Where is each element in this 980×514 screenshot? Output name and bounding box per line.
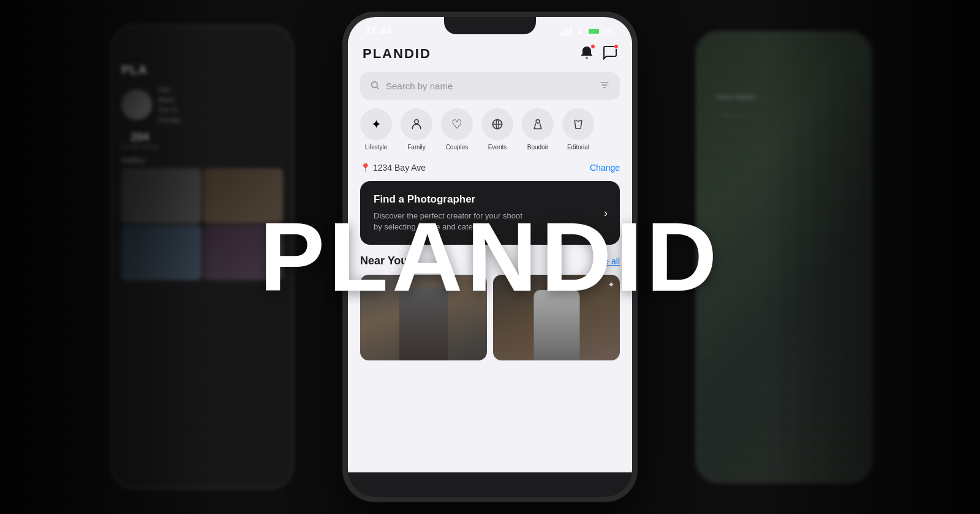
category-lifestyle[interactable]: ✦ Lifestyle [360,108,392,151]
find-photographer-arrow-icon: › [604,207,608,220]
location-text: 📍 1234 Bay Ave [360,163,426,173]
phone-main: 11:44 ▲ 90 [343,12,637,502]
category-events[interactable]: Events [481,108,513,151]
battery-icon: 90 [587,28,615,35]
location-pin-icon: 📍 [360,163,371,173]
category-editorial[interactable]: Editorial [562,108,594,151]
phone-left-background: PLA Han Manh Top Cr Female 204 Plandid S… [110,24,294,490]
near-you-header: Near You See all [348,255,632,275]
find-photographer-description: Discover the perfect creator for your sh… [374,210,533,233]
location-row: 📍 1234 Bay Ave Change [348,159,632,179]
find-photographer-title: Find a Photographer [374,193,533,206]
lifestyle-icon: ✦ [360,108,392,140]
signal-bar-4 [570,27,572,35]
gallery-thumb-3 [121,225,202,280]
left-stat-label: Plandid Shoots [121,144,159,150]
category-couples[interactable]: ♡ Couples [441,108,473,151]
editorial-label: Editorial [567,144,589,151]
background-scene: PLA Han Manh Top Cr Female 204 Plandid S… [0,0,980,514]
boudoir-label: Boudoir [527,144,548,151]
events-icon [481,108,513,140]
messages-button[interactable] [603,45,617,62]
battery-percent: 90 [608,28,615,35]
category-family[interactable]: Family [401,108,432,151]
message-badge [614,44,619,49]
lifestyle-label: Lifestyle [365,144,388,151]
signal-bar-1 [561,32,563,35]
signal-bar-3 [567,29,569,35]
gallery-thumb-2 [203,168,284,223]
see-all-button[interactable]: See all [594,256,620,266]
categories-row: ✦ Lifestyle Family ♡ Couples [348,108,632,159]
photo-card-1[interactable]: ✦ [360,275,487,360]
couples-icon: ♡ [441,108,473,140]
near-you-title: Near You [360,255,407,267]
category-boudoir[interactable]: Boudoir [522,108,554,151]
gallery-label: Gallery [121,156,283,165]
map-label-1: Times Square [715,94,755,100]
app-content: PLANDID [348,40,632,472]
phone-notch [444,17,536,34]
family-icon [401,108,432,140]
sparkle-icon-1: ✦ [475,280,482,289]
map-label-2: New York [722,112,742,117]
header-icons [579,45,617,62]
boudoir-icon [522,108,554,140]
search-bar[interactable]: Search by name [360,72,620,100]
signal-bars-icon [561,27,572,35]
photo-grid: ✦ ✦ [348,275,632,360]
find-photographer-text: Find a Photographer Discover the perfect… [374,193,533,233]
left-phone-logo: PLA [121,63,148,77]
app-header: PLANDID [348,40,632,70]
status-time: 11:44 [365,26,391,37]
filter-icon[interactable] [599,80,610,92]
photo-figure-2 [533,290,579,360]
notification-badge [590,44,595,49]
left-profile-type: Top Cr [158,105,181,115]
left-profile-location: Manh [158,95,181,105]
couples-label: Couples [446,144,469,151]
signal-bar-2 [564,31,566,35]
wifi-icon: ▲ [576,27,584,36]
gallery-thumb-4 [203,225,284,280]
change-location-button[interactable]: Change [590,163,620,173]
app-logo: PLANDID [363,46,431,62]
location-address: 1234 Bay Ave [373,163,426,173]
map-background: Times Square New York [697,32,871,482]
editorial-icon [562,108,594,140]
left-phone-avatar [121,89,152,120]
phone-right-background: Times Square New York [695,31,873,483]
photo-card-2[interactable]: ✦ [493,275,620,360]
svg-point-4 [415,120,419,124]
find-photographer-card[interactable]: Find a Photographer Discover the perfect… [360,181,620,245]
left-stat-count: 204 [121,131,159,144]
sparkle-icon-2: ✦ [608,280,615,289]
family-label: Family [407,144,425,151]
events-label: Events [488,144,507,151]
photo-figure-1 [399,287,448,360]
gallery-thumb-1 [121,168,202,223]
search-icon [370,80,380,92]
search-placeholder: Search by name [386,81,593,91]
left-profile-gender: Female [158,115,181,125]
notification-button[interactable] [579,45,594,62]
status-icons: ▲ 90 [561,27,615,36]
left-profile-name: Han [158,84,181,95]
